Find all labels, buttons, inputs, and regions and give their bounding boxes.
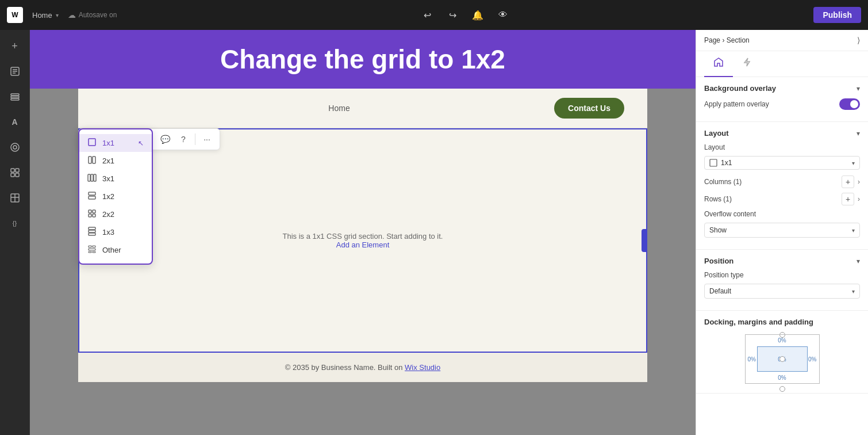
- sidebar-layers-icon[interactable]: [3, 85, 26, 108]
- layout-label-row: Layout: [704, 143, 860, 151]
- svg-rect-22: [91, 174, 93, 181]
- section-handle-right[interactable]: [642, 229, 646, 252]
- grid-option-1x1[interactable]: 1x1 ↖: [79, 134, 152, 152]
- home-chevron-icon: ▾: [56, 12, 59, 18]
- sidebar-text-icon[interactable]: A: [3, 110, 26, 133]
- overflow-chevron: ▾: [852, 227, 855, 234]
- grid-option-1x2[interactable]: 1x2: [79, 188, 152, 205]
- dock-left-label: 0%: [748, 356, 756, 362]
- svg-rect-38: [710, 159, 717, 166]
- sidebar-media-icon[interactable]: [3, 136, 26, 159]
- columns-label: Columns (1): [704, 178, 742, 186]
- apply-pattern-row: Apply pattern overlay: [704, 98, 860, 110]
- svg-rect-19: [89, 157, 91, 163]
- svg-rect-30: [89, 227, 95, 230]
- background-overlay-chevron[interactable]: ▾: [857, 85, 860, 93]
- grid-option-2x1[interactable]: 2x1: [79, 152, 152, 170]
- docking-section: Docking, margins and padding 0% 0% 0%: [696, 311, 868, 394]
- position-type-label: Position type: [704, 271, 744, 279]
- apply-pattern-label: Apply pattern overlay: [704, 100, 769, 108]
- layout-section-header: Layout ▾: [704, 129, 860, 138]
- svg-rect-23: [94, 174, 96, 181]
- site-footer: © 2035 by Business Name. Built on Wix St…: [78, 353, 647, 382]
- svg-rect-10: [16, 169, 19, 172]
- svg-rect-32: [89, 233, 95, 235]
- columns-add-button[interactable]: +: [842, 175, 854, 188]
- layout-select[interactable]: 1x1 ▾: [704, 156, 860, 170]
- tab-lightning[interactable]: [733, 51, 762, 77]
- grid-option-2x2[interactable]: 2x2: [79, 205, 152, 223]
- tab-design[interactable]: [704, 51, 733, 77]
- svg-rect-6: [11, 98, 19, 100]
- sidebar-table-icon[interactable]: [3, 186, 26, 209]
- more-options-button[interactable]: ···: [199, 131, 215, 147]
- apply-pattern-toggle[interactable]: [839, 98, 860, 110]
- svg-rect-11: [11, 173, 14, 177]
- tutorial-banner: Change the grid to 1x2: [30, 30, 696, 89]
- contact-button[interactable]: Contact Us: [554, 98, 624, 119]
- nav-home-link[interactable]: Home: [328, 104, 349, 113]
- top-bar: W Home ▾ ☁ Autosave on ↩ ↪ 🔔 👁 Publish: [0, 0, 868, 30]
- layout-chevron[interactable]: ▾: [857, 129, 860, 138]
- grid-option-other[interactable]: Other: [79, 241, 152, 259]
- grid-option-2x1-label: 2x1: [102, 157, 114, 165]
- panel-tabs: [696, 51, 868, 77]
- rows-controls: + ›: [842, 193, 860, 205]
- autosave-label: Autosave on: [79, 11, 117, 19]
- layout-select-inner: 1x1: [709, 159, 732, 167]
- undo-button[interactable]: ↩: [418, 6, 436, 24]
- sidebar-pages-icon[interactable]: [3, 60, 26, 83]
- breadcrumb-separator: ›: [722, 36, 726, 44]
- svg-rect-36: [89, 251, 91, 253]
- panel-header: Page › Section ⟩: [696, 30, 868, 51]
- svg-rect-29: [93, 214, 95, 217]
- grid-option-other-label: Other: [102, 246, 121, 254]
- grid-option-1x2-label: 1x2: [102, 192, 114, 201]
- svg-rect-33: [89, 246, 91, 247]
- svg-rect-34: [93, 246, 95, 247]
- autosave-indicator: ☁ Autosave on: [68, 10, 117, 20]
- grid-option-1x3[interactable]: 1x3: [79, 223, 152, 241]
- svg-rect-18: [89, 139, 95, 146]
- publish-button[interactable]: Publish: [813, 7, 861, 23]
- redo-button[interactable]: ↪: [443, 6, 462, 24]
- layout-label: Layout: [704, 143, 725, 151]
- canvas-scroll[interactable]: Home Contact Us ✦ ⊕ 💬: [30, 89, 696, 435]
- columns-arrow[interactable]: ›: [858, 178, 860, 186]
- overflow-select[interactable]: Show ▾: [704, 223, 860, 238]
- position-chevron[interactable]: ▾: [857, 257, 860, 265]
- sidebar-add-icon[interactable]: +: [3, 35, 26, 58]
- grid-1x1-icon: [87, 138, 97, 148]
- svg-rect-25: [89, 196, 95, 199]
- grid-2x1-icon: [87, 155, 97, 166]
- svg-rect-21: [88, 174, 90, 181]
- rows-arrow[interactable]: ›: [858, 195, 860, 203]
- add-element-link[interactable]: Add an Element: [336, 241, 390, 249]
- rows-add-button[interactable]: +: [842, 193, 854, 205]
- sidebar-code-icon[interactable]: {}: [3, 212, 26, 235]
- svg-rect-4: [11, 94, 19, 96]
- dock-right-outer-circle[interactable]: [779, 356, 785, 362]
- columns-controls: + ›: [842, 175, 860, 188]
- preview-button[interactable]: 👁: [494, 6, 512, 24]
- grid-option-3x1[interactable]: 3x1: [79, 170, 152, 188]
- footer-wix-link[interactable]: Wix Studio: [405, 363, 440, 372]
- layout-section-title: Layout: [704, 129, 729, 138]
- dock-bottom-outer-circle[interactable]: [779, 386, 785, 392]
- notifications-button[interactable]: 🔔: [468, 6, 487, 24]
- home-button[interactable]: Home ▾: [28, 9, 63, 22]
- position-type-select[interactable]: Default ▾: [704, 284, 860, 299]
- dock-bottom-label: 0%: [778, 375, 786, 381]
- grid-1x3-icon: [87, 227, 97, 238]
- grid-option-1x3-label: 1x3: [102, 228, 114, 236]
- dock-right-label: 0%: [808, 356, 816, 362]
- home-label: Home: [32, 11, 52, 20]
- chat-button[interactable]: 💬: [157, 131, 173, 147]
- docking-section-header: Docking, margins and padding: [704, 318, 860, 326]
- panel-expand-button[interactable]: ⟩: [857, 36, 860, 45]
- grid-option-3x1-label: 3x1: [102, 174, 114, 183]
- overflow-row: Overflow content: [704, 210, 860, 218]
- sidebar-apps-icon[interactable]: [3, 161, 26, 184]
- help-button[interactable]: ?: [175, 131, 191, 147]
- svg-rect-24: [89, 192, 95, 195]
